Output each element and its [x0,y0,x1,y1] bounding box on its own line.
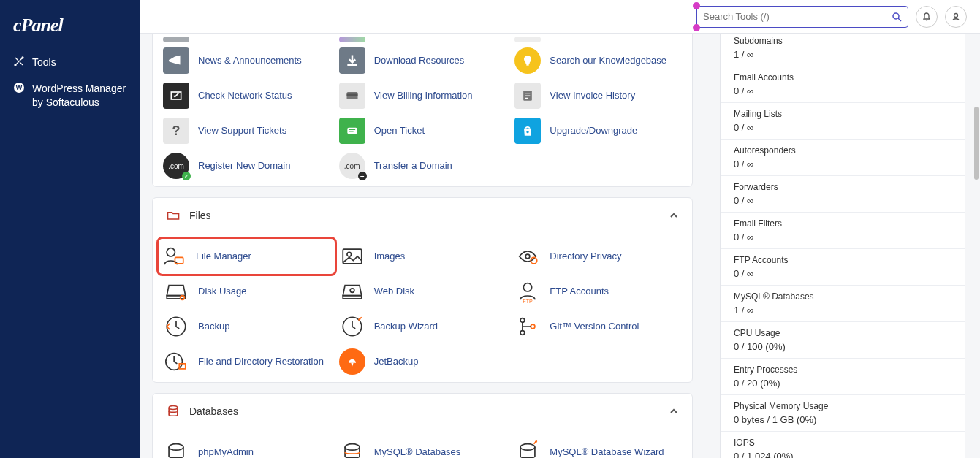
stat-value: 0 / ∞ [734,159,951,169]
stat-value: 0 / 100 (0%) [734,341,951,352]
tool-phpmyadmin[interactable]: php phpMyAdmin [159,435,335,458]
stat-row[interactable]: CPU Usage0 / 100 (0%) [721,321,965,358]
tool-mysql-databases[interactable]: MySQL® Databases [335,435,511,458]
tool-mysql-wizard[interactable]: MySQL® Database Wizard [510,435,686,458]
disk-usage-icon [163,278,189,305]
tool-git[interactable]: Git™ Version Control [510,309,686,344]
tool-images[interactable]: Images [335,239,511,274]
sidebar-item-wordpress[interactable]: W WordPress Manager by Softaculous [0,76,140,116]
stat-label: Entry Processes [734,365,951,375]
stat-row[interactable]: Email Accounts0 / ∞ [721,66,965,102]
tool-file-manager[interactable]: File Manager [156,237,337,276]
stat-row[interactable]: Autoresponders0 / ∞ [721,139,965,175]
tool-ftp-accounts[interactable]: FTP FTP Accounts [510,274,686,309]
sidebar-item-tools[interactable]: Tools [0,50,140,76]
files-card: Files File Manager Images [152,197,693,383]
web-disk-icon [339,278,365,305]
tool-support-tickets[interactable]: ? View Support Tickets [159,113,335,148]
stat-row[interactable]: Email Filters0 / ∞ [721,212,965,248]
svg-point-14 [527,131,529,133]
tool-file-restoration[interactable]: File and Directory Restoration [159,344,335,379]
stat-row[interactable]: Mailing Lists0 / ∞ [721,102,965,139]
svg-rect-13 [347,128,357,134]
stat-row[interactable]: Forwarders0 / ∞ [721,175,965,212]
tool-label: Search our Knowledgebase [550,55,666,67]
tool-billing[interactable]: View Billing Information [335,78,511,113]
search-icon [892,12,902,22]
stat-row[interactable]: MySQL® Databases1 / ∞ [721,285,965,321]
svg-point-35 [169,406,178,410]
tool-item[interactable] [510,36,686,43]
stat-row[interactable]: FTP Accounts0 / ∞ [721,248,965,285]
tool-label: View Invoice History [550,90,635,102]
content-area: News & Announcements Download Resources … [140,34,980,458]
folder-icon [166,208,181,223]
phpmyadmin-icon: php [163,439,189,458]
svg-point-24 [350,289,354,293]
tool-network-status[interactable]: Check Network Status [159,78,335,113]
files-section-header[interactable]: Files [153,198,692,233]
stat-label: FTP Accounts [734,255,951,265]
stat-row[interactable]: Entry Processes0 / 20 (0%) [721,358,965,394]
notifications-button[interactable] [916,6,938,28]
svg-rect-23 [343,296,362,299]
stat-value: 0 / 1,024 (0%) [734,451,951,458]
tool-upgrade[interactable]: Upgrade/Downgrade [510,113,686,148]
tool-item[interactable] [159,36,335,43]
tool-download[interactable]: Download Resources [335,43,511,78]
tool-open-ticket[interactable]: Open Ticket [335,113,511,148]
svg-point-4 [893,13,899,19]
tool-disk-usage[interactable]: Disk Usage [159,274,335,309]
tool-invoice[interactable]: View Invoice History [510,78,686,113]
tool-label: Download Resources [374,55,465,67]
tool-knowledgebase[interactable]: Search our Knowledgebase [510,43,686,78]
svg-text:FTP: FTP [523,299,533,304]
backup-wizard-icon [339,313,365,340]
stat-row[interactable]: Physical Memory Usage0 bytes / 1 GB (0%) [721,394,965,431]
databases-section-header[interactable]: Databases [153,394,692,429]
wordpress-icon: W [13,82,25,93]
tool-label: News & Announcements [198,55,302,67]
stat-value: 1 / ∞ [734,49,951,60]
stat-row[interactable]: Subdomains1 / ∞ [721,34,965,66]
stat-label: Autoresponders [734,145,951,156]
svg-point-6 [169,59,172,62]
stats-card: Subdomains1 / ∞Email Accounts0 / ∞Mailin… [720,34,965,458]
bell-icon [922,12,932,22]
tool-web-disk[interactable]: Web Disk [335,274,511,309]
account-button[interactable] [945,6,967,28]
stat-label: IOPS [734,438,951,448]
bag-icon [514,118,541,144]
ftp-accounts-icon: FTP [514,278,541,305]
stat-value: 0 / ∞ [734,195,951,206]
tool-icon [163,37,189,42]
tool-label: View Support Tickets [198,125,286,137]
search-input-wrap[interactable] [696,6,908,28]
scrollbar-thumb[interactable] [974,107,979,180]
tool-news[interactable]: News & Announcements [159,43,335,78]
sidebar-item-label: Tools [32,56,56,70]
main-column: News & Announcements Download Resources … [152,34,693,458]
tool-item[interactable] [335,36,511,43]
tool-backup-wizard[interactable]: Backup Wizard [335,309,511,344]
stat-value: 0 / ∞ [734,268,951,279]
tool-label: Git™ Version Control [550,321,639,333]
svg-point-39 [520,444,535,451]
tool-jetbackup[interactable]: JetBackup [335,344,511,379]
databases-card: Databases php phpMyAdmin MySQL® Database… [152,393,693,458]
tool-directory-privacy[interactable]: Directory Privacy [510,239,686,274]
svg-point-29 [358,318,360,321]
search-input[interactable] [703,11,892,22]
stat-label: Subdomains [734,36,951,46]
highlight-dot-icon [693,24,700,31]
tool-label: MySQL® Database Wizard [550,446,664,458]
tool-backup[interactable]: Backup [159,309,335,344]
download-icon [339,47,365,74]
tool-register-domain[interactable]: .com ✓ Register New Domain [159,148,335,183]
chevron-up-icon [669,210,679,221]
tool-label: FTP Accounts [550,286,609,298]
tool-label: File Manager [196,251,251,263]
tool-icon [514,37,541,42]
stat-row[interactable]: IOPS0 / 1,024 (0%) [721,431,965,458]
tool-transfer-domain[interactable]: .com + Transfer a Domain [335,148,511,183]
